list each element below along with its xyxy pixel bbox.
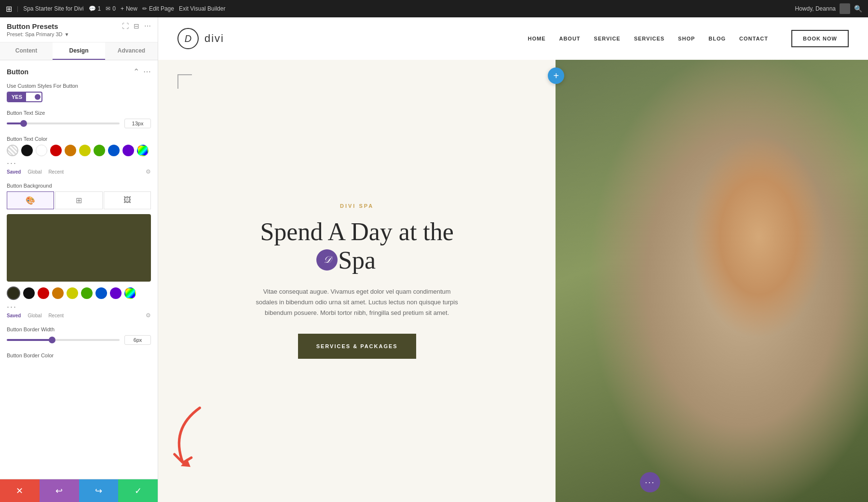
floating-dots-menu[interactable]: ··· <box>640 472 660 492</box>
save-icon: ✓ <box>135 486 142 496</box>
save-button[interactable]: ✓ <box>118 479 158 502</box>
bg-color-swatch-black[interactable] <box>23 287 35 299</box>
border-width-fill <box>7 339 52 341</box>
color-swatch-blue[interactable] <box>108 145 120 156</box>
color-tab-global[interactable]: Global <box>27 169 41 175</box>
nav-about[interactable]: ABOUT <box>559 36 580 41</box>
bg-color-tab-saved[interactable]: Saved <box>7 313 21 318</box>
color-swatch-black[interactable] <box>21 145 33 156</box>
bg-color-swatch-red[interactable] <box>38 287 49 299</box>
undo-button[interactable]: ↩ <box>40 479 79 502</box>
hero-description: Vitae consequat augue. Vivamus eget dolo… <box>256 286 458 318</box>
comment-icon: 💬 <box>89 5 96 12</box>
more-options-icon[interactable]: ⋯ <box>144 22 151 30</box>
bg-color-swatch-yellow[interactable] <box>67 287 78 299</box>
bg-color-swatch-orange[interactable] <box>52 287 64 299</box>
bg-color-swatch-custom[interactable] <box>124 287 136 299</box>
preview-area: 𝒟 D divi HOME ABOUT SERVICE SERVICES SHO… <box>158 17 868 502</box>
button-section-header: Button ⌃ ⋯ <box>7 67 151 76</box>
columns-icon[interactable]: ⊟ <box>134 22 139 30</box>
nav-services[interactable]: SERVICES <box>634 36 665 41</box>
border-width-track[interactable] <box>7 339 120 341</box>
text-size-track[interactable] <box>7 122 120 124</box>
color-settings-icon[interactable]: ⚙ <box>146 168 151 175</box>
border-width-label: Button Border Width <box>7 326 151 332</box>
hero-cta-button[interactable]: SERVICES & PACKAGES <box>298 334 416 359</box>
nav-service[interactable]: SERVICE <box>594 36 621 41</box>
exit-builder-button[interactable]: Exit Visual Builder <box>179 5 226 12</box>
tab-design[interactable]: Design <box>53 42 105 60</box>
bg-color-tab-recent[interactable]: Recent <box>48 313 64 318</box>
custom-styles-toggle[interactable]: YES <box>7 92 42 102</box>
background-type-row: 🎨 ⊞ 🖼 <box>7 191 151 209</box>
bg-color-swatch-blue[interactable] <box>95 287 107 299</box>
section-menu-icon[interactable]: ⋯ <box>143 67 151 76</box>
nav-blog[interactable]: BLOG <box>708 36 726 41</box>
color-swatch-purple[interactable] <box>122 145 134 156</box>
sidebar-subtitle: Preset: Spa Primary 3D ▼ <box>7 31 151 37</box>
text-size-thumb[interactable] <box>20 120 27 127</box>
tab-content[interactable]: Content <box>0 42 53 60</box>
bg-color-swatch-purple[interactable] <box>110 287 122 299</box>
toggle-yes-option: YES <box>8 93 26 101</box>
collapse-icon[interactable]: ⌃ <box>133 67 139 76</box>
edit-page-button[interactable]: ✏ Edit Page <box>142 5 174 12</box>
bg-color-swatch-dark[interactable] <box>7 286 20 300</box>
bg-color-swatch-green[interactable] <box>81 287 93 299</box>
comments-link[interactable]: 💬 1 <box>89 5 101 12</box>
color-swatch-transparent[interactable] <box>7 145 18 156</box>
dots-icon: ··· <box>645 477 655 488</box>
wordpress-icon[interactable]: ⊞ <box>6 4 12 14</box>
background-label: Button Background <box>7 183 151 189</box>
color-tabs-row: Saved Global Recent ⚙ <box>7 168 151 175</box>
border-width-thumb[interactable] <box>49 337 55 343</box>
bg-color-tabs-row: Saved Global Recent ⚙ <box>7 312 151 319</box>
site-logo: D divi <box>177 28 224 49</box>
bg-color-settings-icon[interactable]: ⚙ <box>146 312 151 319</box>
fullscreen-icon[interactable]: ⛶ <box>122 22 129 30</box>
tab-advanced[interactable]: Advanced <box>105 42 158 60</box>
redo-button[interactable]: ↪ <box>79 479 119 502</box>
messages-link[interactable]: ✉ 0 <box>106 5 116 12</box>
bg-type-gradient[interactable]: ⊞ <box>55 191 102 209</box>
book-now-button[interactable]: BOOK NOW <box>791 30 849 47</box>
border-width-input[interactable] <box>124 335 151 345</box>
bg-type-image[interactable]: 🖼 <box>104 191 151 209</box>
color-swatch-white[interactable] <box>36 145 47 156</box>
background-preview <box>7 214 151 282</box>
background-field: Button Background 🎨 ⊞ 🖼 <box>7 183 151 319</box>
top-bar: ⊞ | Spa Starter Site for Divi 💬 1 ✉ 0 + … <box>0 0 868 17</box>
color-swatch-custom[interactable] <box>137 145 149 156</box>
nav-home[interactable]: HOME <box>528 36 545 41</box>
text-color-label: Button Text Color <box>7 136 151 142</box>
site-name-link[interactable]: Spa Starter Site for Divi <box>23 5 83 12</box>
bg-type-solid[interactable]: 🎨 <box>7 191 54 209</box>
color-swatch-orange[interactable] <box>65 145 76 156</box>
text-size-field: Button Text Size <box>7 110 151 128</box>
search-icon[interactable]: 🔍 <box>854 5 862 13</box>
custom-styles-field: Use Custom Styles For Button YES <box>7 83 151 102</box>
logo-circle[interactable]: D <box>177 28 199 49</box>
bottom-toolbar: ✕ ↩ ↪ ✓ <box>0 479 158 502</box>
more-colors-btn[interactable]: ··· <box>7 158 151 168</box>
nav-contact[interactable]: CONTACT <box>739 36 768 41</box>
chevron-down-icon[interactable]: ▼ <box>65 32 69 37</box>
sidebar-content: Button ⌃ ⋯ Use Custom Styles For Button … <box>0 60 158 479</box>
main-area: Button Presets Preset: Spa Primary 3D ▼ … <box>0 17 868 502</box>
nav-shop[interactable]: SHOP <box>678 36 695 41</box>
border-width-slider-group <box>7 335 151 345</box>
color-swatch-yellow[interactable] <box>79 145 91 156</box>
sidebar-tabs: Content Design Advanced <box>0 42 158 60</box>
bg-color-tab-global[interactable]: Global <box>27 313 41 318</box>
bg-more-colors-btn[interactable]: ··· <box>7 302 151 312</box>
color-swatch-red[interactable] <box>50 145 62 156</box>
text-size-input[interactable] <box>124 119 151 128</box>
new-button[interactable]: + New <box>121 5 137 12</box>
color-tab-recent[interactable]: Recent <box>48 169 64 175</box>
color-tab-saved[interactable]: Saved <box>7 169 21 175</box>
text-size-slider-group <box>7 119 151 128</box>
color-swatch-green[interactable] <box>94 145 105 156</box>
undo-icon: ↩ <box>55 486 63 496</box>
divi-tab-button[interactable]: 𝒟 <box>316 249 338 271</box>
cancel-button[interactable]: ✕ <box>0 479 40 502</box>
